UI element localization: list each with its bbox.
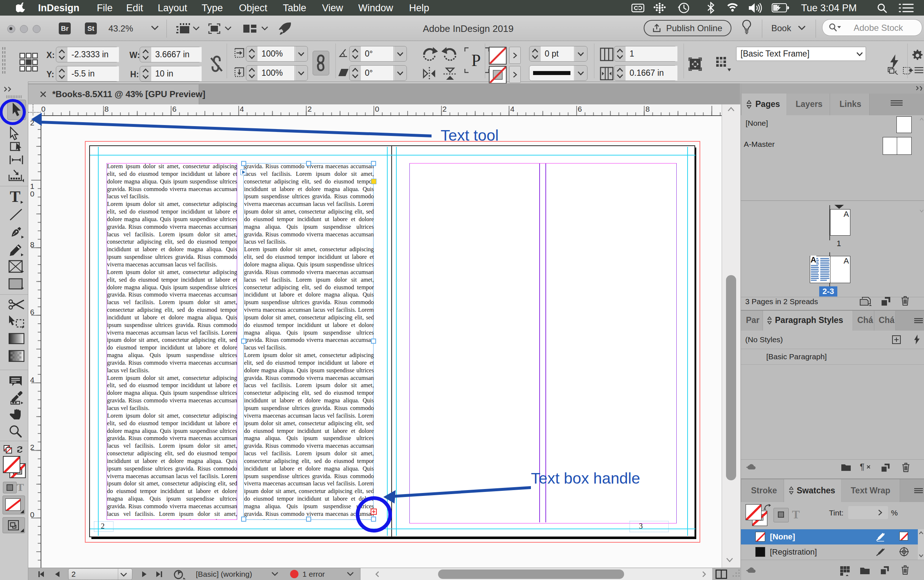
svg-text:T: T bbox=[10, 190, 20, 204]
svg-text:P: P bbox=[472, 51, 481, 69]
svg-text:¶: ¶ bbox=[860, 463, 865, 471]
